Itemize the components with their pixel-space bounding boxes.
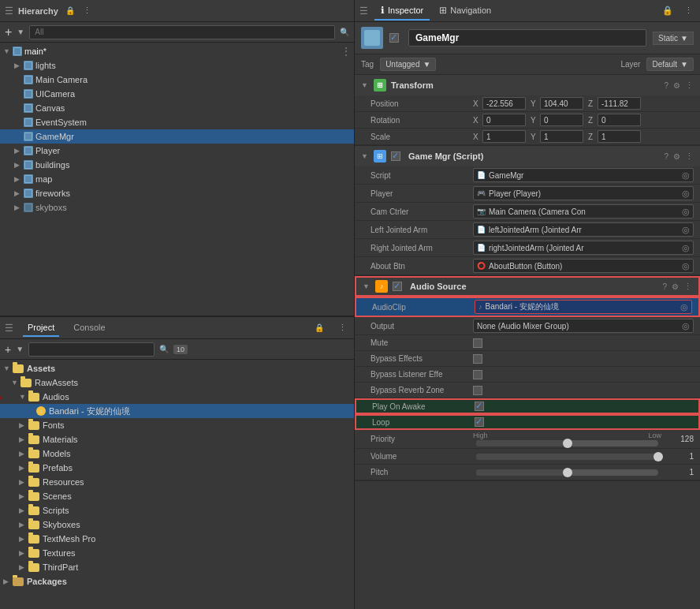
player-circle-btn[interactable]: ◎ xyxy=(682,189,690,199)
layer-dropdown[interactable]: Default ▼ xyxy=(646,58,694,71)
static-btn[interactable]: Static ▼ xyxy=(653,32,694,45)
tab-console[interactable]: Console xyxy=(69,319,110,337)
output-circle-btn[interactable]: ◎ xyxy=(682,321,690,331)
pitch-slider-track[interactable] xyxy=(476,469,658,476)
tree-item-maincamera[interactable]: ▶ Main Camera xyxy=(0,73,354,87)
folder-textmesh[interactable]: ▶ TextMesh Pro xyxy=(0,532,354,546)
rotation-y-input[interactable] xyxy=(540,114,583,126)
folder-skyboxes[interactable]: ▶ Skyboxes xyxy=(0,517,354,532)
folder-thirdpart[interactable]: ▶ ThirdPart xyxy=(0,560,354,574)
tree-item-canvas[interactable]: ▶ Canvas xyxy=(0,101,354,115)
obj-name-field[interactable] xyxy=(408,29,646,47)
tree-item-eventsystem[interactable]: ▶ EventSystem xyxy=(0,115,354,129)
folder-prefabs[interactable]: ▶ Prefabs xyxy=(0,461,354,475)
transform-more-icon[interactable]: ⋮ xyxy=(685,80,694,91)
tree-item-skyboxs[interactable]: ▶ skyboxs xyxy=(0,200,354,215)
folder-models[interactable]: ▶ Models xyxy=(0,446,354,461)
scale-y-input[interactable] xyxy=(540,130,583,143)
about-btn-field[interactable]: ⭕ AboutButton (Button) ◎ xyxy=(473,259,694,273)
audio-source-checkbox[interactable] xyxy=(393,282,402,291)
tree-item-gamemgr[interactable]: ▶ GameMgr ◄ xyxy=(0,129,354,144)
project-menu-icon[interactable]: ☰ xyxy=(5,323,13,334)
tag-dropdown[interactable]: Untagged ▼ xyxy=(380,58,436,71)
hierarchy-more-icon[interactable]: ⋮ xyxy=(80,5,94,17)
position-x-input[interactable] xyxy=(482,97,526,110)
inspector-panel-menu[interactable]: ☰ xyxy=(359,6,368,17)
project-dropdown-btn[interactable]: ▼ xyxy=(16,345,24,353)
script-field[interactable]: 📄 GameMgr ◎ xyxy=(473,168,694,182)
transform-settings-icon[interactable]: ⚙ xyxy=(673,81,680,90)
folder-materials[interactable]: ▶ Materials xyxy=(0,432,354,446)
folder-fonts[interactable]: ▶ Fonts xyxy=(0,418,354,432)
tree-item-lights[interactable]: ▶ lights xyxy=(0,58,354,73)
tree-item-player[interactable]: ▶ Player xyxy=(0,144,354,158)
project-add-btn[interactable]: + xyxy=(5,343,11,356)
output-field[interactable]: None (Audio Mixer Group) ◎ xyxy=(473,319,694,333)
audio-source-header[interactable]: ▼ ♪ Audio Source ? ⚙ ⋮ xyxy=(355,276,700,297)
gamemgr-script-checkbox[interactable] xyxy=(391,151,400,161)
folder-resources[interactable]: ▶ Resources xyxy=(0,475,354,489)
transform-help-icon[interactable]: ? xyxy=(664,81,668,90)
priority-slider-track[interactable] xyxy=(476,440,658,446)
script-circle-btn[interactable]: ◎ xyxy=(682,170,690,181)
bypass-listener-checkbox[interactable] xyxy=(473,370,482,379)
rotation-x-input[interactable] xyxy=(482,114,526,126)
hierarchy-search-input[interactable] xyxy=(29,25,335,39)
hierarchy-menu-icon[interactable]: ☰ xyxy=(5,6,13,17)
tab-navigation[interactable]: ⊞ Navigation xyxy=(433,2,497,21)
folder-packages[interactable]: ▶ Packages xyxy=(0,574,354,588)
folder-item-bandari[interactable]: ♪ Bandari - 安妮的仙境 xyxy=(0,404,354,418)
folder-audios[interactable]: ▼ Audios → xyxy=(0,390,354,404)
project-search-input[interactable] xyxy=(28,342,155,357)
audioclip-field[interactable]: ♪ Bandari - 安妮的仙境 ◎ xyxy=(475,300,692,314)
bypass-effects-checkbox[interactable] xyxy=(473,354,482,364)
hierarchy-lock-icon[interactable]: 🔒 xyxy=(63,6,77,16)
inspector-lock-icon[interactable]: 🔒 xyxy=(660,5,676,17)
folder-assets[interactable]: ▼ Assets xyxy=(0,361,354,375)
gamemgr-help-icon[interactable]: ? xyxy=(664,152,668,161)
cam-ctrler-field[interactable]: 📷 Main Camera (Camera Con ◎ xyxy=(473,204,694,219)
gamemgr-settings-icon[interactable]: ⚙ xyxy=(673,152,680,161)
tree-item-menu-main[interactable]: ⋮ xyxy=(341,46,351,57)
loop-checkbox[interactable] xyxy=(475,417,484,427)
cam-circle-btn[interactable]: ◎ xyxy=(682,207,690,217)
left-arm-circle-btn[interactable]: ◎ xyxy=(682,225,690,235)
add-hierarchy-btn[interactable]: + xyxy=(5,26,12,39)
mute-checkbox[interactable] xyxy=(473,338,482,348)
tree-item-buildings[interactable]: ▶ buildings xyxy=(0,158,354,172)
audio-source-more-icon[interactable]: ⋮ xyxy=(683,282,692,292)
right-arm-field[interactable]: 📄 rightJointedArm (Jointed Ar ◎ xyxy=(473,241,694,255)
tab-project[interactable]: Project xyxy=(23,319,59,337)
hierarchy-arrow-btn[interactable]: ▼ xyxy=(17,28,24,36)
tree-item-uicamera[interactable]: ▶ UICamera xyxy=(0,87,354,101)
tree-item-map[interactable]: ▶ map xyxy=(0,172,354,186)
rotation-z-input[interactable] xyxy=(598,114,641,126)
project-more-icon[interactable]: ⋮ xyxy=(336,322,349,334)
audioclip-circle-btn[interactable]: ◎ xyxy=(680,302,688,312)
bypass-reverb-checkbox[interactable] xyxy=(473,386,482,395)
audio-source-help-icon[interactable]: ? xyxy=(662,282,667,291)
play-on-awake-checkbox[interactable] xyxy=(475,402,484,411)
position-y-input[interactable] xyxy=(540,97,583,110)
position-z-input[interactable] xyxy=(598,97,641,110)
tab-inspector[interactable]: ℹ Inspector xyxy=(374,2,430,21)
folder-scripts[interactable]: ▶ Scripts xyxy=(0,503,354,517)
about-btn-circle-btn[interactable]: ◎ xyxy=(682,261,690,271)
volume-slider-track[interactable] xyxy=(476,454,658,460)
gamemgr-more-icon[interactable]: ⋮ xyxy=(685,151,694,162)
gamemgr-script-header[interactable]: ▼ ⊞ Game Mgr (Script) ? ⚙ ⋮ xyxy=(355,146,700,166)
audio-source-settings-icon[interactable]: ⚙ xyxy=(672,282,679,291)
right-arm-circle-btn[interactable]: ◎ xyxy=(682,243,690,253)
folder-textures[interactable]: ▶ Textures xyxy=(0,546,354,560)
obj-checkbox[interactable] xyxy=(389,33,399,43)
folder-scenes[interactable]: ▶ Scenes xyxy=(0,489,354,503)
scale-x-input[interactable] xyxy=(482,130,526,143)
tree-item-fireworks[interactable]: ▶ fireworks xyxy=(0,186,354,200)
transform-header[interactable]: ▼ ⊞ Transform ? ⚙ ⋮ xyxy=(355,75,700,95)
project-lock-icon[interactable]: 🔒 xyxy=(312,323,326,333)
tree-item-main[interactable]: ▼ main* ⋮ xyxy=(0,44,354,58)
left-arm-field[interactable]: 📄 leftJointedArm (Jointed Arr ◎ xyxy=(473,222,694,237)
inspector-more-icon[interactable]: ⋮ xyxy=(682,5,695,17)
folder-rawassets[interactable]: ▼ RawAssets xyxy=(0,375,354,390)
player-field[interactable]: 🎮 Player (Player) ◎ xyxy=(473,186,694,200)
